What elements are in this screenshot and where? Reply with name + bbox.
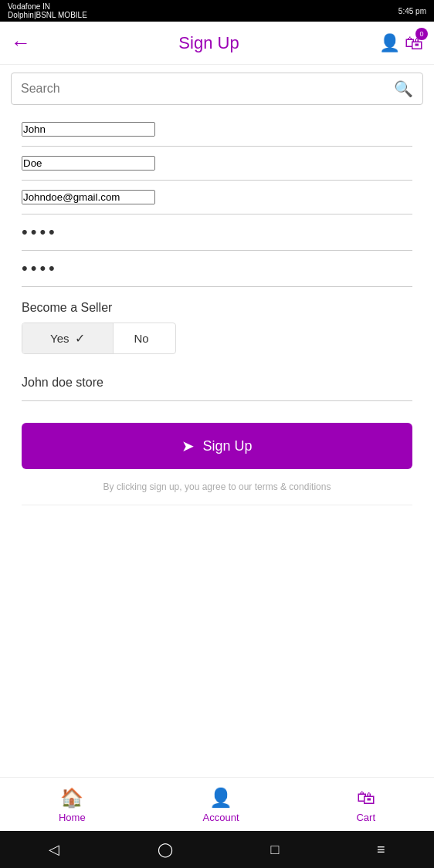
email-field[interactable] [22,181,412,214]
account-label: Account [203,812,239,823]
store-name-input[interactable] [22,376,412,390]
terms-text: By clicking sign up, you agree to our te… [22,481,412,505]
cart-nav-icon: 🛍 [357,787,375,809]
checkmark-icon: ✓ [75,331,85,346]
menu-android-icon[interactable]: ≡ [377,842,385,858]
nav-account[interactable]: 👤 Account [203,787,239,823]
confirm-password-field[interactable] [22,251,412,287]
top-nav: ← Sign Up 👤 🛍 0 [0,22,434,65]
yes-label: Yes [50,332,69,345]
password-field[interactable] [22,214,412,251]
cart-badge: 0 [415,28,428,40]
seller-section: Become a Seller Yes ✓ No [22,301,412,354]
home-android-icon[interactable]: ◯ [158,841,173,858]
home-icon: 🏠 [60,787,83,809]
time: 5:45 pm [398,7,426,15]
no-label: No [134,332,148,345]
nav-home[interactable]: 🏠 Home [59,787,86,823]
recents-android-icon[interactable]: □ [271,842,280,858]
last-name-field[interactable] [22,147,412,181]
account-icon: 👤 [209,787,232,809]
signup-button[interactable]: ➤ Sign Up [22,423,412,469]
carrier-info: Vodafone IN Dolphin|BSNL MOBILE [8,2,87,19]
signup-button-label: Sign Up [202,438,252,454]
page-title: Sign Up [39,33,379,53]
nav-icons: 👤 🛍 0 [379,32,423,54]
back-android-icon[interactable]: ◁ [49,841,59,858]
password-input[interactable] [22,222,412,242]
status-bar: Vodafone IN Dolphin|BSNL MOBILE 5:45 pm [0,0,434,22]
toggle-no-button[interactable]: No [114,324,168,353]
search-input[interactable] [21,82,394,96]
first-name-input[interactable] [22,122,155,137]
seller-label: Become a Seller [22,301,412,315]
cart-wrapper[interactable]: 🛍 0 [405,32,423,54]
email-input[interactable] [22,190,155,204]
first-name-field[interactable] [22,113,412,147]
store-name-field[interactable] [22,365,412,401]
send-icon: ➤ [181,437,195,455]
last-name-input[interactable] [22,156,155,171]
search-icon: 🔍 [394,79,413,98]
bottom-nav: 🏠 Home 👤 Account 🛍 Cart [0,777,434,831]
user-icon[interactable]: 👤 [379,33,400,53]
app-name: Dolphin|BSNL MOBILE [8,11,87,19]
search-bar[interactable]: 🔍 [11,73,423,105]
toggle-yes-button[interactable]: Yes ✓ [22,323,114,353]
home-label: Home [59,812,86,823]
android-bar: ◁ ◯ □ ≡ [0,831,434,868]
cart-label: Cart [356,812,375,823]
seller-toggle[interactable]: Yes ✓ No [22,323,176,354]
signup-form: Become a Seller Yes ✓ No ➤ Sign Up By cl… [0,113,434,505]
confirm-password-input[interactable] [22,258,412,279]
back-button[interactable]: ← [11,31,39,55]
nav-cart[interactable]: 🛍 Cart [356,787,375,823]
carrier-name: Vodafone IN [8,2,87,11]
status-icons: 5:45 pm [398,7,426,15]
